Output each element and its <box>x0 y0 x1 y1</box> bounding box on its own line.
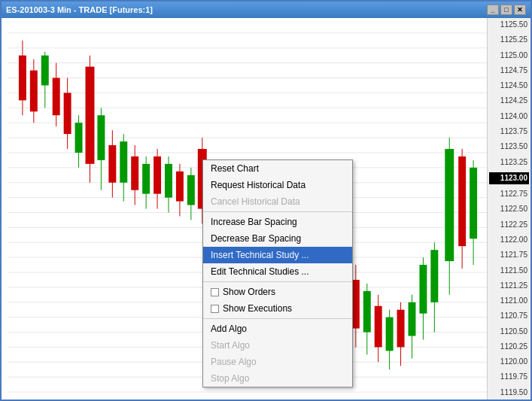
close-button[interactable]: ✕ <box>514 5 526 15</box>
menu-show-orders[interactable]: Show Orders <box>203 284 352 300</box>
price-1119-50: 1119.50 <box>489 387 529 398</box>
price-1123-25: 1123.25 <box>489 157 529 168</box>
price-axis: 1125.50 1125.25 1125.00 1124.75 1124.50 … <box>487 18 530 399</box>
price-1120-00: 1120.00 <box>489 357 529 367</box>
show-executions-checkbox[interactable] <box>211 305 219 313</box>
menu-edit-technical-studies[interactable]: Edit Technical Studies ... <box>203 263 352 280</box>
separator-2 <box>203 281 352 282</box>
price-1119-75: 1119.75 <box>489 372 529 382</box>
price-1124-75: 1124.75 <box>489 65 529 76</box>
svg-rect-54 <box>176 172 184 202</box>
separator-1 <box>203 211 352 212</box>
svg-rect-36 <box>75 123 83 153</box>
chart-area: 1125.50 1125.25 1125.00 1124.75 1124.50 … <box>2 18 530 399</box>
minimize-button[interactable]: _ <box>487 5 499 15</box>
menu-reset-chart[interactable]: Reset Chart <box>203 160 352 177</box>
svg-rect-72 <box>397 310 405 348</box>
svg-rect-64 <box>352 280 360 329</box>
current-price: 1123.00 <box>489 172 529 184</box>
menu-request-historical[interactable]: Request Historical Data <box>203 177 352 193</box>
price-1123-50: 1123.50 <box>489 141 529 152</box>
svg-rect-76 <box>419 265 427 314</box>
menu-insert-technical-study[interactable]: Insert Technical Study ... <box>203 247 352 263</box>
svg-rect-48 <box>142 164 150 194</box>
menu-pause-algo: Pause Algo <box>203 354 352 370</box>
menu-start-algo: Start Algo <box>203 337 352 354</box>
price-1125-50: 1125.50 <box>489 20 529 30</box>
svg-rect-50 <box>154 156 161 194</box>
price-1122-75: 1122.75 <box>489 189 529 199</box>
svg-rect-40 <box>97 115 105 160</box>
price-1124-25: 1124.25 <box>489 96 529 106</box>
svg-rect-78 <box>430 250 438 302</box>
price-1120-75: 1120.75 <box>489 311 529 321</box>
price-1125-00: 1125.00 <box>489 50 529 61</box>
menu-increase-bar-spacing[interactable]: Increase Bar Spacing <box>203 214 352 230</box>
window-title: ES-201003-3 Min - TRADE [Futures:1] <box>6 5 153 14</box>
menu-stop-algo: Stop Algo <box>203 370 352 387</box>
svg-rect-56 <box>187 175 195 205</box>
menu-decrease-bar-spacing[interactable]: Decrease Bar Spacing <box>203 230 352 247</box>
context-menu: Reset Chart Request Historical Data Canc… <box>202 159 353 387</box>
svg-rect-74 <box>408 302 415 336</box>
price-1122-00: 1122.00 <box>489 235 529 245</box>
svg-rect-42 <box>108 145 116 183</box>
svg-rect-46 <box>131 156 138 190</box>
svg-rect-30 <box>41 56 49 86</box>
price-1121-75: 1121.75 <box>489 250 529 260</box>
price-1124-00: 1124.00 <box>489 111 529 122</box>
svg-rect-82 <box>458 156 466 246</box>
svg-rect-52 <box>165 164 172 198</box>
show-orders-checkbox[interactable] <box>211 288 219 296</box>
svg-rect-70 <box>386 317 394 351</box>
svg-rect-80 <box>445 149 454 261</box>
svg-rect-84 <box>470 168 477 238</box>
price-1120-25: 1120.25 <box>489 342 529 352</box>
svg-rect-68 <box>375 306 382 348</box>
separator-3 <box>203 318 352 319</box>
menu-show-executions[interactable]: Show Executions <box>203 300 352 317</box>
price-1121-50: 1121.50 <box>489 266 529 276</box>
price-1124-50: 1124.50 <box>489 81 529 91</box>
svg-rect-34 <box>64 93 71 134</box>
price-1121-00: 1121.00 <box>489 296 529 306</box>
price-1122-25: 1122.25 <box>489 220 529 230</box>
svg-rect-38 <box>86 67 95 164</box>
svg-rect-66 <box>363 291 371 333</box>
show-executions-label: Show Executions <box>223 303 292 314</box>
svg-rect-26 <box>19 56 26 101</box>
maximize-button[interactable]: □ <box>500 5 512 15</box>
show-orders-label: Show Orders <box>223 287 275 297</box>
menu-add-algo[interactable]: Add Algo <box>203 320 352 337</box>
main-window: ES-201003-3 Min - TRADE [Futures:1] _ □ … <box>0 0 532 401</box>
price-1122-50: 1122.50 <box>489 204 529 214</box>
price-1123-75: 1123.75 <box>489 126 529 137</box>
price-1120-50: 1120.50 <box>489 327 529 337</box>
price-1121-25: 1121.25 <box>489 281 529 291</box>
price-1125-25: 1125.25 <box>489 35 529 45</box>
svg-rect-44 <box>120 141 127 183</box>
title-bar-controls: _ □ ✕ <box>487 5 526 15</box>
svg-rect-28 <box>30 71 38 112</box>
title-bar: ES-201003-3 Min - TRADE [Futures:1] _ □ … <box>2 2 530 18</box>
svg-rect-32 <box>53 78 60 116</box>
menu-cancel-historical: Cancel Historical Data <box>203 193 352 210</box>
